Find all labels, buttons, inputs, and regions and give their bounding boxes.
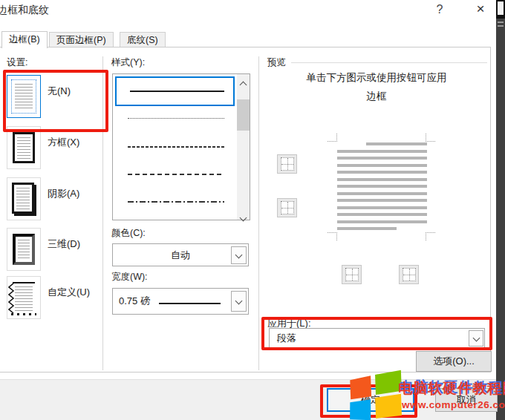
dialog-title: 边框和底纹 (0, 4, 49, 17)
preview-corner-mark (328, 134, 337, 142)
style-option-dashed[interactable] (128, 174, 224, 175)
top-border-button[interactable] (277, 154, 297, 174)
scroll-thumb[interactable] (237, 99, 250, 131)
width-value: 0.75 磅 (119, 295, 150, 306)
box-icon (13, 132, 35, 163)
preview-corner-mark (426, 134, 435, 142)
preview-text-bar (337, 213, 427, 216)
help-icon[interactable]: ? (431, 1, 448, 18)
preview-hint-line2: 边框 (264, 90, 489, 103)
right-border-button[interactable] (399, 265, 419, 284)
border-grid-icon (403, 268, 416, 281)
preview-text-bar (337, 185, 427, 188)
border-grid-icon (281, 157, 294, 171)
scroll-down-icon[interactable] (241, 210, 246, 215)
style-listbox[interactable] (112, 73, 250, 220)
setting-3d[interactable] (7, 228, 41, 271)
style-option-dashed-dense[interactable] (128, 146, 224, 148)
preview-text-bar (337, 171, 427, 174)
annotation-highlight-apply-to (261, 317, 492, 350)
preview-text-bar (337, 164, 427, 167)
bottom-border-button[interactable] (277, 198, 297, 217)
scroll-up-icon[interactable] (241, 77, 246, 82)
group-line (291, 62, 487, 63)
color-dropdown-icon[interactable] (231, 246, 247, 264)
style-option-solid[interactable] (115, 76, 235, 106)
style-scrollbar[interactable] (237, 74, 250, 220)
width-dropdown-icon[interactable] (231, 291, 247, 312)
divider (258, 56, 259, 370)
color-value: 自动 (171, 249, 190, 260)
settings-label: 设置: (7, 56, 27, 69)
borders-and-shading-dialog: 边框和底纹 ? × 边框(B) 页面边框(P) 底纹(S) 设置: 无(N) 方… (0, 0, 505, 420)
border-grid-icon (281, 201, 294, 214)
left-border-button[interactable] (342, 265, 362, 284)
border-grid-icon (345, 268, 359, 281)
annotation-highlight-none (3, 70, 108, 132)
width-line-preview (159, 303, 221, 304)
setting-shadow-label[interactable]: 阴影(A) (48, 187, 79, 200)
setting-box-label[interactable]: 方框(X) (48, 136, 79, 149)
preview-corner-mark (328, 232, 337, 240)
tab-page-border[interactable]: 页面边框(P) (49, 32, 114, 48)
watermark-site-url: www.computer26.com (402, 399, 505, 410)
preview-corner-mark (426, 232, 435, 240)
preview-label: 预览 (267, 56, 286, 69)
custom-icon (13, 282, 35, 313)
color-combo[interactable]: 自动 (112, 243, 249, 266)
preview-hint-line1: 单击下方图示或使用按钮可应用 (264, 71, 489, 85)
width-label: 宽度(W): (111, 271, 148, 283)
preview-text-bar (366, 142, 427, 145)
color-label: 颜色(C): (111, 227, 146, 240)
preview-text-bar (337, 157, 427, 160)
width-combo[interactable]: 0.75 磅 (112, 288, 249, 315)
watermark-site-name: 电脑软硬件教程网 (398, 379, 505, 398)
setting-shadow[interactable] (7, 177, 41, 220)
preview-text-bar (337, 192, 427, 195)
tab-shading[interactable]: 底纹(S) (120, 32, 166, 48)
setting-3d-label[interactable]: 三维(D) (48, 237, 80, 251)
setting-custom[interactable] (7, 276, 41, 319)
three-d-icon (13, 234, 35, 265)
preview-text-bar (337, 178, 427, 181)
preview-text-bar (337, 206, 427, 209)
background-window-strip (496, 0, 505, 420)
tab-borders[interactable]: 边框(B) (1, 31, 48, 48)
preview-text-bar (337, 220, 427, 223)
preview-text-bar (337, 150, 427, 153)
preview-text-bar (337, 227, 397, 230)
shadow-icon (12, 183, 34, 214)
preview-text-bar (337, 199, 427, 202)
setting-custom-label[interactable]: 自定义(U) (48, 286, 90, 299)
close-icon[interactable]: × (470, 0, 491, 18)
options-button[interactable]: 选项(O)... (416, 351, 492, 372)
style-option-dotted[interactable] (128, 118, 224, 119)
watermark-logo-icon (345, 370, 405, 420)
setting-box[interactable] (7, 126, 41, 169)
style-option-dash-dot[interactable] (128, 201, 224, 203)
style-label: 样式(Y): (111, 56, 145, 69)
